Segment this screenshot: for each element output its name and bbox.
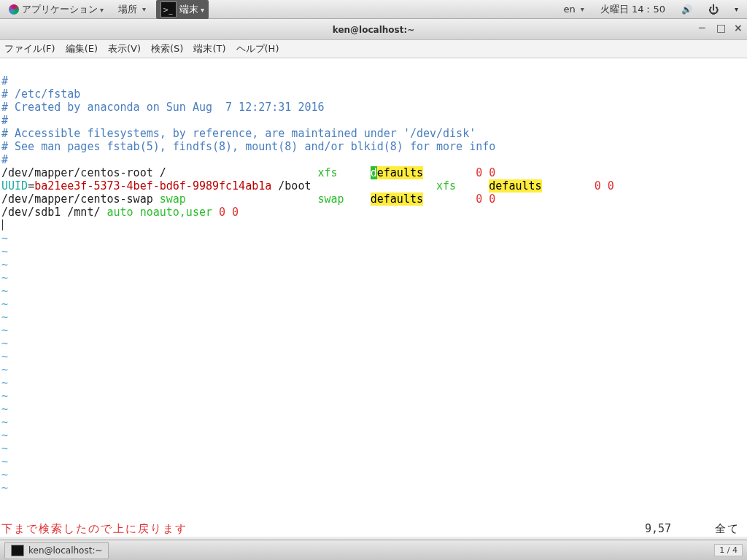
menu-file[interactable]: ファイル(F) <box>4 42 55 55</box>
window-title: ken@localhost:~ <box>333 25 415 35</box>
active-app[interactable]: >_ 端末 <box>156 0 209 19</box>
taskbar-window-label: ken@localhost:~ <box>28 545 102 556</box>
system-menu-caret[interactable] <box>730 4 743 15</box>
vim-status-line: 下まで検索したので上に戻ります 9,57 全て <box>1 522 746 535</box>
close-button[interactable]: × <box>734 23 743 32</box>
activities-icon <box>9 4 19 15</box>
terminal-content[interactable]: # # /etc/fstab # Created by anaconda on … <box>0 58 747 537</box>
vim-position: 9,57 <box>645 522 671 535</box>
terminal-window: ken@localhost:~ ─ □ × ファイル(F) 編集(E) 表示(V… <box>0 20 747 537</box>
menu-help[interactable]: ヘルプ(H) <box>236 42 279 55</box>
workspace-indicator[interactable]: 1 / 4 <box>714 544 743 556</box>
active-app-label: 端末 <box>179 3 204 16</box>
taskbar-window-button[interactable]: ken@localhost:~ <box>4 542 109 559</box>
menu-edit[interactable]: 編集(E) <box>66 42 98 55</box>
terminal-icon: >_ <box>160 1 177 18</box>
clock[interactable]: 火曜日 14：50 <box>596 1 670 18</box>
vim-message: 下まで検索したので上に戻ります <box>1 522 187 535</box>
gnome-topbar: アプリケーション 場所 >_ 端末 en 火曜日 14：50 <box>0 0 747 19</box>
menu-search[interactable]: 検索(S) <box>151 42 183 55</box>
bottom-taskbar: ken@localhost:~ 1 / 4 <box>0 540 747 560</box>
input-lang[interactable]: en <box>559 2 588 16</box>
minimize-button[interactable]: ─ <box>699 23 708 32</box>
power-icon[interactable] <box>704 2 723 17</box>
terminal-icon <box>11 545 24 556</box>
applications-label: アプリケーション <box>22 3 104 16</box>
window-titlebar[interactable]: ken@localhost:~ ─ □ × <box>0 20 747 40</box>
places-menu[interactable]: 場所 <box>114 1 150 18</box>
menu-view[interactable]: 表示(V) <box>108 42 141 55</box>
applications-menu[interactable]: アプリケーション <box>4 1 108 18</box>
menu-terminal[interactable]: 端末(T) <box>193 42 225 55</box>
menubar: ファイル(F) 編集(E) 表示(V) 検索(S) 端末(T) ヘルプ(H) <box>0 40 747 58</box>
maximize-button[interactable]: □ <box>716 23 725 32</box>
volume-icon[interactable] <box>677 3 697 16</box>
vim-buffer: # # /etc/fstab # Created by anaconda on … <box>1 74 746 494</box>
vim-scroll-indicator: 全て <box>715 522 740 535</box>
text-cursor <box>2 219 3 230</box>
